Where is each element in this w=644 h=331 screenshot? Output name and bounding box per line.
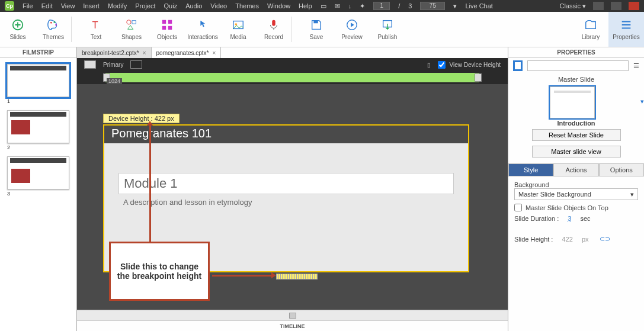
module-description[interactable]: A description and lesson in etymology [118,194,454,210]
preview-button[interactable]: Preview [334,12,370,47]
menu-audio[interactable]: Audio [185,2,202,9]
list-icon[interactable]: ☰ [633,62,639,70]
menu-help[interactable]: Help [299,2,312,9]
screenshot-icon[interactable]: ▭ [321,2,326,10]
timeline-header[interactable]: TIMELINE [77,320,508,331]
library-button[interactable]: Library [573,12,608,47]
slide-height-label: Slide Height : [514,236,553,243]
primary-label: Primary [103,62,123,68]
slide-name-input[interactable] [527,60,629,71]
menu-insert[interactable]: Insert [83,2,100,9]
link-icon[interactable]: ⊂⊃ [600,235,610,243]
svg-rect-8 [168,20,172,24]
maximize-button[interactable] [611,2,621,10]
master-slide-thumb[interactable] [550,86,595,118]
menu-quiz[interactable]: Quiz [164,2,178,9]
shapes-button[interactable]: Shapes [114,12,149,47]
menu-modify[interactable]: Modify [108,2,127,9]
master-view-button[interactable]: Master slide view [532,146,621,158]
close-button[interactable] [629,2,639,10]
minimize-button[interactable] [593,2,604,10]
svg-point-5 [127,20,131,24]
objects-button[interactable]: Objects [149,12,185,47]
horizontal-scrollbar[interactable] [77,310,508,320]
menu-edit[interactable]: Edit [41,2,53,9]
download-icon[interactable]: ↓ [348,2,352,9]
device-height-tooltip: Device Height : 422 px [103,114,180,123]
slide-title[interactable]: Pomegranates 101 [104,126,468,143]
page-current-input[interactable]: 1 [373,2,390,10]
interactions-button[interactable]: Interactions [185,12,220,47]
svg-point-2 [53,21,55,23]
mail-icon[interactable]: ✉ [335,2,340,10]
filmstrip-panel: FILMSTRIP 1 2 3 [0,47,77,331]
media-button[interactable]: Media [220,12,256,47]
doc-tab-2[interactable]: pomegranates.cptx*× [152,47,222,58]
doc-tab-1[interactable]: breakpoint-test2.cptx*× [77,47,152,58]
svg-rect-10 [168,26,172,30]
menu-video[interactable]: Video [210,2,227,9]
slides-button[interactable]: Slides [0,12,36,47]
text-button[interactable]: TText [78,12,114,47]
menu-view[interactable]: View [61,2,75,9]
objects-on-top-label: Master Slide Objects On Top [526,204,608,211]
filmstrip-num-1: 1 [7,98,69,104]
chevron-down-icon[interactable]: ▾ [640,98,644,105]
reset-master-button[interactable]: Reset Master Slide [532,129,621,141]
filmstrip-thumb-3[interactable] [7,156,69,189]
record-button[interactable]: Record [256,12,291,47]
page-sep: / [398,2,400,9]
breakpoint-handle-right[interactable] [475,73,482,82]
tab-options[interactable]: Options [599,163,644,176]
desktop-view-icon[interactable] [84,60,96,69]
page-total: 3 [408,2,412,9]
menu-project[interactable]: Project [135,2,155,9]
tab-actions[interactable]: Actions [553,163,598,176]
filmstrip-thumb-1[interactable] [7,64,69,97]
callout-arrow-right [212,275,274,277]
live-chat-link[interactable]: Live Chat [465,2,492,9]
zoom-input[interactable]: 75 [420,2,445,10]
objects-on-top-checkbox[interactable] [514,204,522,211]
svg-point-12 [235,23,238,25]
menu-themes[interactable]: Themes [235,2,259,9]
duration-unit: sec [580,215,590,222]
publish-button[interactable]: Publish [370,12,405,47]
stage-area: breakpoint-test2.cptx*× pomegranates.cpt… [77,47,508,331]
callout-arrow-up [149,123,151,242]
menu-window[interactable]: Window [267,2,290,9]
svg-text:T: T [92,20,98,30]
phone-view-icon[interactable]: ▯ [427,62,431,68]
themes-button[interactable]: Themes [36,12,71,47]
svg-rect-13 [272,20,275,26]
workspace-selector[interactable]: Classic ▾ [559,2,586,10]
callout-box: Slide this to change the breakpoint heig… [109,242,210,301]
close-icon[interactable]: × [143,50,146,56]
menu-file[interactable]: File [23,2,33,9]
close-icon[interactable]: × [213,50,216,56]
properties-button[interactable]: Properties [608,12,644,47]
breakpoint-value: 1024 [107,78,122,84]
tab-style[interactable]: Style [508,163,553,176]
properties-header: PROPERTIES [508,47,644,58]
breakpoint-ruler[interactable]: 1024 [77,71,508,84]
view-device-height-checkbox[interactable] [438,61,446,69]
ribbon-toolbar: Slides Themes TText Shapes Objects Inter… [0,12,644,47]
svg-rect-14 [313,21,318,24]
tablet-view-icon[interactable] [130,60,142,69]
background-select[interactable]: Master Slide Background▾ [514,188,638,200]
module-heading[interactable]: Module 1 [118,173,454,194]
menu-bar: Cp File Edit View Insert Modify Project … [0,0,644,12]
sparkle-icon[interactable]: ✦ [360,2,365,10]
zoom-dropdown-icon[interactable]: ▾ [453,2,457,10]
slide-height-value: 422 [562,236,573,243]
filmstrip-header: FILMSTRIP [0,47,76,58]
slide-duration-value[interactable]: 3 [568,215,571,222]
slide-icon [513,60,523,71]
master-name: Introduction [508,120,644,127]
svg-point-3 [55,24,57,26]
filmstrip-thumb-2[interactable] [7,110,69,143]
save-button[interactable]: Save [299,12,334,47]
height-drag-handle[interactable] [276,274,318,279]
background-label: Background [514,181,638,188]
